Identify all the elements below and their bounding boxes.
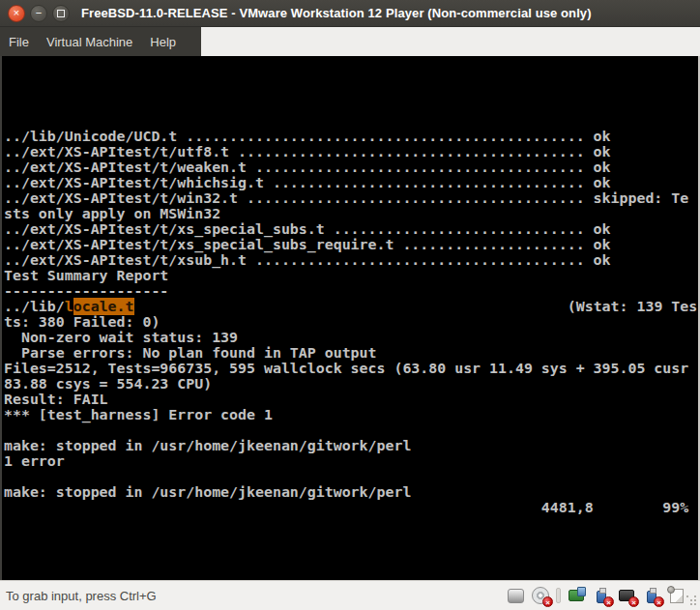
maximize-button[interactable] bbox=[52, 5, 70, 22]
terminal-line: Parse errors: No plan found in TAP outpu… bbox=[4, 345, 698, 361]
hard-disk-device[interactable] bbox=[506, 586, 525, 605]
cd-dvd-device[interactable]: × bbox=[531, 586, 550, 605]
network-device[interactable] bbox=[567, 586, 586, 605]
disconnected-badge-icon: × bbox=[603, 596, 614, 607]
terminal-line: Test Summary Report bbox=[4, 268, 698, 283]
window-title: FreeBSD-11.0-RELEASE - VMware Workstatio… bbox=[81, 6, 592, 20]
console-text: ../lib/Unicode/UCD.t ...................… bbox=[2, 56, 698, 515]
menu-bar: File Virtual Machine Help bbox=[0, 27, 700, 56]
terminal-line bbox=[4, 469, 698, 484]
terminal-line: ../ext/XS-APItest/t/whichsig.t .........… bbox=[4, 175, 698, 190]
status-bar: To grab input, press Ctrl+G × × × × bbox=[0, 580, 700, 610]
terminal-line: ------------------- bbox=[4, 283, 698, 299]
terminal-line: Result: FAIL bbox=[4, 392, 698, 407]
message-log-icon bbox=[670, 589, 684, 603]
vm-console-screen[interactable]: ../lib/Unicode/UCD.t ...................… bbox=[0, 56, 700, 580]
usb-device-1[interactable]: × bbox=[592, 586, 611, 605]
resize-grip[interactable] bbox=[686, 595, 698, 607]
terminal-line: 4481,8 99% bbox=[4, 500, 698, 515]
terminal-line: ts: 380 Failed: 0) bbox=[4, 314, 698, 330]
terminal-line: ../ext/XS-APItest/t/xs_special_subs_requ… bbox=[4, 237, 698, 252]
menu-file[interactable]: File bbox=[0, 27, 38, 56]
maximize-icon bbox=[57, 10, 65, 17]
terminal-line: ../ext/XS-APItest/t/xs_special_subs.t ..… bbox=[4, 221, 698, 237]
terminal-line: ../lib/Unicode/UCD.t ...................… bbox=[4, 129, 698, 144]
usb-device-2[interactable]: × bbox=[642, 586, 661, 605]
device-tray: × × × × bbox=[506, 586, 700, 605]
minimize-button[interactable]: − bbox=[30, 5, 47, 22]
terminal-line: Non-zero wait status: 139 bbox=[4, 330, 698, 345]
terminal-line: ../ext/XS-APItest/t/xsub_h.t ...........… bbox=[4, 252, 698, 268]
terminal-line: ../ext/XS-APItest/t/win32.t ............… bbox=[4, 190, 698, 206]
terminal-line: ../ext/XS-APItest/t/utf8.t .............… bbox=[4, 144, 698, 160]
grab-input-hint: To grab input, press Ctrl+G bbox=[0, 589, 157, 603]
terminal-line bbox=[4, 422, 698, 438]
terminal-line: ../lib/locale.t (Wstat: 139 Tes bbox=[4, 299, 698, 314]
terminal-line: *** [test_harness] Error code 1 bbox=[4, 407, 698, 422]
network-adapter-icon bbox=[569, 590, 584, 601]
disconnected-badge-icon: × bbox=[654, 596, 664, 607]
hard-disk-icon bbox=[508, 589, 524, 603]
menu-virtual-machine[interactable]: Virtual Machine bbox=[38, 27, 141, 56]
message-log-device[interactable] bbox=[667, 586, 686, 605]
close-button[interactable]: × bbox=[8, 5, 25, 22]
terminal-line: make: stopped in /usr/home/jkeenan/gitwo… bbox=[4, 438, 698, 453]
terminal-line: make: stopped in /usr/home/jkeenan/gitwo… bbox=[4, 484, 698, 500]
terminal-line: Files=2512, Tests=966735, 595 wallclock … bbox=[4, 361, 698, 376]
vmware-player-window: × − FreeBSD-11.0-RELEASE - VMware Workst… bbox=[0, 0, 700, 610]
menu-group: File Virtual Machine Help bbox=[0, 27, 201, 56]
terminal-line: sts only apply on MSWin32 bbox=[4, 206, 698, 221]
display-device[interactable]: × bbox=[617, 586, 636, 605]
disconnected-badge-icon: × bbox=[542, 596, 553, 607]
tray-separator bbox=[556, 588, 561, 603]
menu-help[interactable]: Help bbox=[141, 27, 185, 56]
terminal-line: ../ext/XS-APItest/t/weaken.t ...........… bbox=[4, 160, 698, 175]
terminal-line: 83.88 csys = 554.23 CPU) bbox=[4, 376, 698, 392]
title-bar: × − FreeBSD-11.0-RELEASE - VMware Workst… bbox=[0, 0, 700, 27]
disconnected-badge-icon: × bbox=[628, 596, 639, 607]
window-controls: × − bbox=[0, 5, 70, 22]
terminal-line: 1 error bbox=[4, 453, 698, 469]
